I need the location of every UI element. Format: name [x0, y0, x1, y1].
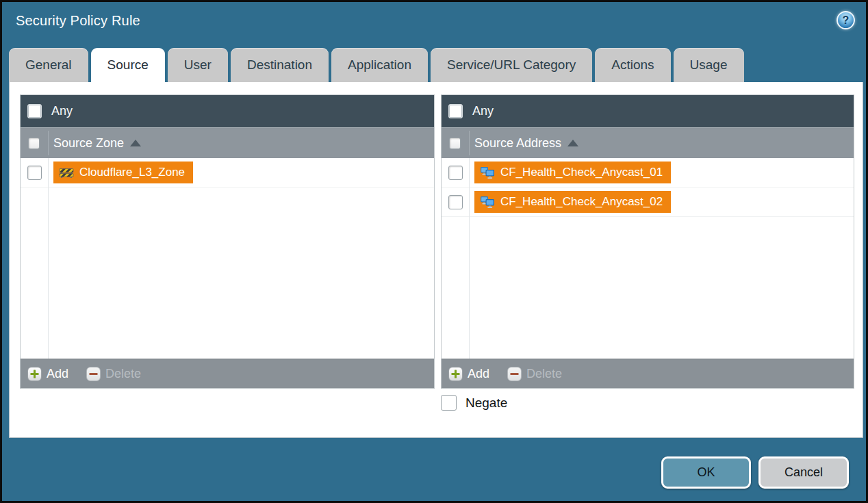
address-toolbar: Add Delete: [442, 359, 854, 388]
tab-usage[interactable]: Usage: [674, 48, 744, 82]
address-chip-label: CF_Health_Check_Anycast_02: [500, 195, 663, 209]
ok-button[interactable]: OK: [661, 456, 751, 489]
tab-strip: General Source User Destination Applicat…: [9, 48, 859, 82]
titlebar: Security Policy Rule ?: [2, 2, 866, 48]
delete-button-label: Delete: [526, 367, 562, 381]
tab-label: Application: [348, 57, 411, 73]
add-button-label: Add: [47, 367, 68, 381]
address-list: CF_Health_Check_Anycast_01: [442, 158, 854, 359]
tab-label: General: [25, 57, 72, 73]
plus-icon: [27, 367, 42, 381]
tab-label: Service/URL Category: [447, 57, 576, 73]
zone-list: Cloudflare_L3_Zone: [21, 158, 434, 359]
delete-button[interactable]: Delete: [507, 367, 562, 381]
sort-ascending-icon: [130, 140, 141, 146]
tab-service-url-category[interactable]: Service/URL Category: [431, 48, 592, 82]
table-row[interactable]: Cloudflare_L3_Zone: [21, 158, 434, 188]
row-checkbox[interactable]: [448, 166, 463, 180]
page-title: Security Policy Rule: [16, 13, 140, 29]
address-chip[interactable]: CF_Health_Check_Anycast_01: [474, 162, 671, 183]
tab-label: User: [184, 57, 212, 73]
tab-actions[interactable]: Actions: [595, 48, 670, 82]
help-icon[interactable]: ?: [837, 11, 855, 29]
plus-icon: [448, 367, 463, 381]
sort-ascending-icon: [567, 140, 578, 146]
tab-label: Usage: [690, 57, 728, 73]
zone-any-checkbox[interactable]: [27, 104, 42, 118]
row-checkbox[interactable]: [448, 195, 463, 209]
add-button[interactable]: Add: [27, 367, 68, 381]
column-divider: [469, 131, 470, 155]
tab-user[interactable]: User: [168, 48, 228, 82]
add-button-label: Add: [468, 367, 489, 381]
zone-column-header-label: Source Zone: [53, 136, 124, 151]
zone-toolbar: Add Delete: [21, 359, 434, 388]
tab-destination[interactable]: Destination: [231, 48, 329, 82]
column-divider: [48, 158, 49, 359]
zone-barrier-icon: [59, 167, 74, 179]
zone-chip[interactable]: Cloudflare_L3_Zone: [53, 162, 193, 183]
tab-application[interactable]: Application: [331, 48, 428, 82]
column-divider: [469, 158, 470, 359]
add-button[interactable]: Add: [448, 367, 489, 381]
network-address-icon: [480, 166, 495, 179]
row-checkbox[interactable]: [27, 166, 42, 180]
tab-label: Source: [107, 57, 149, 73]
delete-button-label: Delete: [105, 367, 141, 381]
zone-column-header[interactable]: Source Zone: [21, 127, 434, 158]
source-zone-panel: Any Source Zone: [20, 94, 435, 389]
address-chip[interactable]: CF_Health_Check_Anycast_02: [474, 191, 671, 213]
tab-general[interactable]: General: [9, 48, 88, 82]
zone-any-row: Any: [21, 95, 434, 127]
table-row[interactable]: CF_Health_Check_Anycast_01: [442, 158, 854, 188]
source-address-panel: Any Source Address: [441, 94, 854, 389]
zone-select-all-checkbox[interactable]: [28, 138, 40, 149]
address-any-row: Any: [442, 95, 854, 127]
address-column-header-label: Source Address: [474, 136, 561, 151]
address-column-header[interactable]: Source Address: [442, 127, 854, 158]
negate-label: Negate: [465, 396, 507, 411]
negate-checkbox[interactable]: [441, 395, 457, 411]
address-any-label: Any: [472, 104, 494, 118]
security-policy-rule-dialog: Security Policy Rule ? General Source Us…: [0, 0, 868, 503]
negate-row: Negate: [441, 395, 507, 411]
zone-any-label: Any: [51, 104, 73, 118]
table-row[interactable]: CF_Health_Check_Anycast_02: [442, 188, 854, 217]
source-tab-content: Any Source Zone: [9, 82, 863, 438]
address-any-checkbox[interactable]: [448, 104, 463, 118]
tab-label: Destination: [247, 57, 312, 73]
minus-icon: [507, 367, 522, 381]
tab-source[interactable]: Source: [91, 48, 165, 82]
delete-button[interactable]: Delete: [86, 367, 141, 381]
cancel-button[interactable]: Cancel: [758, 456, 849, 489]
address-select-all-checkbox[interactable]: [449, 138, 461, 149]
address-chip-label: CF_Health_Check_Anycast_01: [500, 166, 663, 179]
zone-chip-label: Cloudflare_L3_Zone: [79, 166, 185, 179]
network-address-icon: [480, 196, 495, 209]
minus-icon: [86, 367, 101, 381]
tab-label: Actions: [611, 57, 654, 73]
column-divider: [48, 131, 49, 155]
